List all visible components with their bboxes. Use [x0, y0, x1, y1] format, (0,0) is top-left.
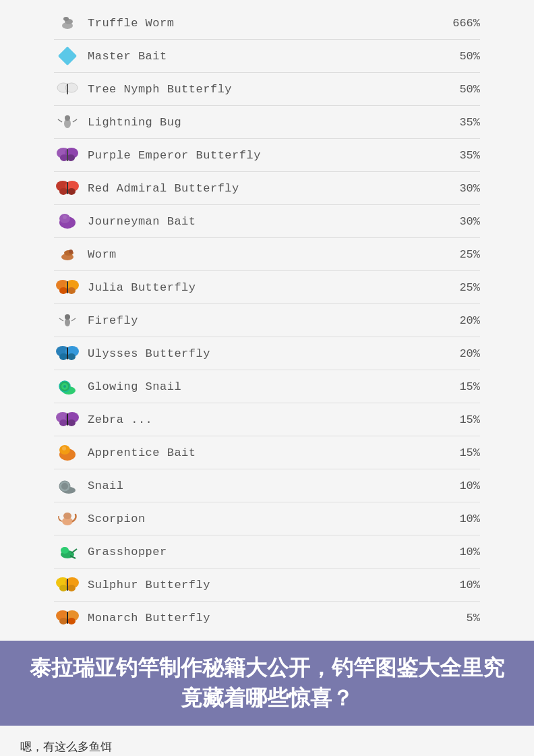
- bait-percent: 10%: [440, 513, 480, 525]
- bait-row: Worm25%: [54, 238, 480, 270]
- bait-icon: [54, 573, 81, 597]
- svg-point-19: [67, 188, 76, 195]
- bait-icon: [54, 44, 81, 68]
- svg-point-39: [67, 353, 76, 360]
- bait-row: Red Admiral Butterfly30%: [54, 172, 480, 204]
- bait-name: Master Bait: [88, 50, 440, 63]
- bait-percent: 35%: [440, 116, 480, 129]
- svg-rect-15: [67, 149, 68, 161]
- svg-point-44: [63, 385, 66, 388]
- bait-icon: [54, 407, 81, 432]
- bait-percent: 10%: [440, 579, 480, 591]
- bait-percent: 5%: [440, 612, 480, 624]
- bait-icon: [54, 242, 81, 266]
- bait-name: Truffle Worm: [88, 17, 440, 30]
- bait-row: Snail10%: [54, 469, 480, 502]
- svg-rect-31: [67, 281, 68, 293]
- svg-point-30: [67, 287, 76, 294]
- svg-rect-49: [67, 413, 68, 426]
- bait-row: Purple Emperor Butterfly35%: [54, 139, 480, 171]
- bait-icon: [54, 11, 81, 35]
- bait-percent: 666%: [440, 17, 480, 30]
- bait-row: Firefly20%: [54, 304, 480, 337]
- bait-percent: 25%: [440, 248, 480, 261]
- svg-line-10: [73, 119, 77, 122]
- bait-icon: [54, 77, 81, 101]
- svg-rect-71: [67, 612, 68, 624]
- text-line-1: 嗯，有这么多鱼饵: [20, 738, 514, 756]
- bait-row: Sulphur Butterfly10%: [54, 569, 480, 601]
- bait-icon: [54, 110, 81, 134]
- bait-icon: [54, 275, 81, 299]
- bait-name: Glowing Snail: [88, 380, 440, 393]
- svg-point-8: [65, 115, 70, 121]
- bait-icon: [54, 209, 81, 233]
- bait-row: Monarch Butterfly5%: [54, 602, 480, 634]
- bait-percent: 10%: [440, 546, 480, 558]
- overlay-title: 泰拉瑞亚钓竿制作秘籍大公开，钓竿图鉴大全里究竟藏着哪些惊喜？: [30, 656, 504, 710]
- bait-icon: [54, 440, 81, 465]
- bait-row: Apprentice Bait15%: [54, 436, 480, 469]
- svg-point-2: [63, 17, 69, 21]
- svg-line-9: [58, 119, 62, 122]
- bait-name: Lightning Bug: [88, 116, 440, 129]
- bait-icon: [54, 143, 81, 167]
- bait-icon: [54, 473, 81, 498]
- svg-rect-66: [67, 579, 68, 591]
- bait-icon: [54, 540, 81, 564]
- bait-row: Glowing Snail15%: [54, 370, 480, 403]
- bait-name: Ulysses Butterfly: [88, 347, 440, 360]
- svg-point-29: [59, 287, 67, 294]
- text-section: 嗯，有这么多鱼饵 其中，比较容易弄到的就是蚯蚓 和蚯蚓 蚯蚓一般生活在草地中，通…: [0, 726, 534, 756]
- bait-name: Grasshopper: [88, 546, 440, 558]
- bait-list: Truffle Worm666%Master Bait50%Tree Nymph…: [0, 0, 534, 641]
- svg-point-23: [63, 215, 67, 219]
- bait-name: Apprentice Bait: [88, 446, 440, 459]
- bait-icon: [54, 606, 81, 630]
- svg-point-55: [61, 483, 68, 490]
- svg-line-60: [71, 549, 77, 553]
- bait-name: Firefly: [88, 314, 440, 327]
- bait-name: Tree Nymph Butterfly: [88, 83, 440, 96]
- bait-icon: [54, 374, 81, 399]
- svg-point-57: [63, 513, 71, 519]
- svg-point-70: [67, 618, 76, 624]
- svg-point-59: [61, 547, 69, 554]
- bait-name: Julia Butterfly: [88, 281, 440, 294]
- bait-row: Zebra ...15%: [54, 403, 480, 436]
- svg-point-65: [67, 585, 76, 591]
- bait-name: Journeyman Bait: [88, 215, 440, 228]
- bait-percent: 15%: [440, 413, 480, 426]
- svg-rect-3: [58, 47, 77, 65]
- svg-point-33: [65, 314, 70, 320]
- bait-percent: 10%: [440, 479, 480, 492]
- bait-row: Ulysses Butterfly20%: [54, 337, 480, 370]
- bait-name: Worm: [88, 248, 440, 261]
- bait-percent: 35%: [440, 149, 480, 162]
- main-container: Truffle Worm666%Master Bait50%Tree Nymph…: [0, 0, 534, 756]
- bait-row: Journeyman Bait30%: [54, 205, 480, 237]
- bait-name: Red Admiral Butterfly: [88, 182, 440, 195]
- bait-name: Sulphur Butterfly: [88, 579, 440, 591]
- svg-point-38: [59, 353, 67, 360]
- bait-icon: [54, 176, 81, 200]
- svg-point-69: [59, 618, 67, 624]
- bait-icon: [54, 341, 81, 366]
- bait-percent: 15%: [440, 446, 480, 459]
- bait-name: Purple Emperor Butterfly: [88, 149, 440, 162]
- svg-point-47: [59, 419, 67, 426]
- svg-point-18: [59, 188, 67, 195]
- bait-percent: 30%: [440, 215, 480, 228]
- bait-row: Lightning Bug35%: [54, 106, 480, 138]
- svg-rect-6: [67, 84, 68, 94]
- bait-percent: 20%: [440, 347, 480, 360]
- bait-percent: 15%: [440, 380, 480, 393]
- bait-percent: 30%: [440, 182, 480, 195]
- bait-name: Zebra ...: [88, 413, 440, 426]
- bait-percent: 50%: [440, 50, 480, 63]
- bait-row: Grasshopper10%: [54, 535, 480, 568]
- bait-icon: [54, 506, 81, 531]
- bait-name: Scorpion: [88, 513, 440, 525]
- svg-rect-40: [67, 347, 68, 359]
- bait-percent: 25%: [440, 281, 480, 294]
